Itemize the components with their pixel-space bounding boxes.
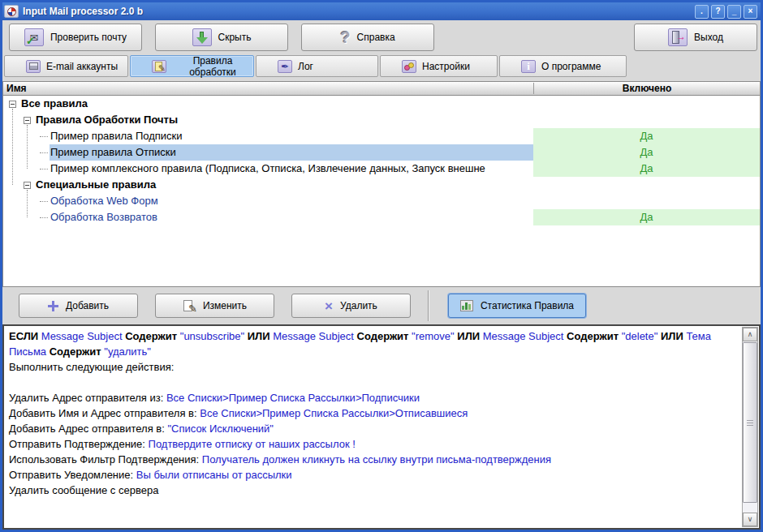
rule-text: Отправить Подтверждение: (9, 438, 149, 450)
tray-button[interactable]: . (695, 5, 709, 19)
rule-value-text: "unsubscribe" (180, 330, 244, 342)
rule-name-cell: Обработка Возвратов (3, 209, 533, 225)
details-line (9, 375, 735, 390)
mail-accounts-icon (26, 60, 41, 73)
details-line: Удалить сообщение с сервера (9, 483, 735, 498)
rule-value-text: Вы были отписаны от рассылки (136, 469, 292, 481)
rule-value-text: "удалить" (104, 345, 151, 358)
down-arrow-icon (196, 32, 208, 44)
enabled-cell (533, 112, 760, 128)
tab-label: Правила обработки (172, 55, 253, 78)
details-line: Отправить Подтверждение: Подтвердите отп… (9, 436, 735, 452)
scrollbar-track[interactable] (743, 504, 757, 513)
table-row[interactable]: Обработка ВозвратовДа (3, 209, 760, 225)
logo-ball-icon (7, 7, 16, 16)
tab-settings[interactable]: Настройки (380, 55, 498, 77)
about-info-icon: i (521, 60, 536, 73)
rule-name-cell: Обработка Web Форм (3, 193, 533, 209)
add-label: Добавить (66, 300, 109, 311)
rules-tree: Все правилаПравила Обработки ПочтыПример… (3, 96, 760, 286)
details-line: Использовать Фильтр Подтверждения: Получ… (9, 452, 735, 467)
plus-icon (48, 301, 58, 311)
close-button[interactable]: × (744, 5, 757, 19)
rule-value-text: Все Списки>Пример Списка Рассылки>Отписа… (200, 407, 468, 419)
tree-branch-line (40, 136, 48, 137)
enabled-cell (533, 193, 760, 209)
details-line: Добавить Имя и Адрес отправителя в: Все … (9, 405, 735, 421)
rule-text: Выполнить следующие действия: (9, 361, 174, 373)
chart-icon (460, 300, 473, 311)
processing-rules-icon: ✎ (152, 60, 166, 73)
enabled-cell (533, 96, 760, 112)
exit-label: Выход (694, 32, 723, 43)
app-logo-icon (4, 5, 19, 18)
tab-about[interactable]: iО программе (499, 55, 627, 77)
enabled-cell: Да (533, 144, 760, 161)
tree-branch-line (40, 201, 48, 202)
rule-name: Пример правила Подписки (50, 128, 533, 144)
hide-button[interactable]: Скрыть (155, 24, 288, 51)
rule-text: ЕСЛИ (9, 330, 41, 342)
titlebar-help-button[interactable]: ? (711, 5, 725, 19)
collapse-minus-icon[interactable] (24, 117, 31, 124)
minimize-button[interactable]: _ (727, 5, 741, 19)
rules-grid: Имя Включено Все правилаПравила Обработк… (2, 81, 761, 287)
collapse-minus-icon[interactable] (24, 182, 31, 189)
rule-name: Все правила (20, 96, 533, 112)
scrollbar-thumb[interactable] (743, 342, 757, 503)
window-title: Input Mail processor 2.0 b (23, 6, 143, 17)
rule-text: Добавить Адрес отправителя в: (9, 423, 167, 435)
pencil-glyph-icon: ✎ (188, 303, 197, 314)
details-scrollbar[interactable]: ∧ ∨ (742, 327, 758, 527)
scroll-up-button[interactable]: ∧ (743, 328, 757, 341)
tab-email-accounts[interactable]: E-mail аккаунты (4, 55, 128, 77)
table-row[interactable]: Все правила (3, 96, 760, 112)
table-row[interactable]: Пример правила ОтпискиДа (3, 144, 760, 161)
rule-details-panel[interactable]: ЕСЛИ Message Subject Содержит "unsubscri… (2, 324, 761, 530)
title-bar[interactable]: Input Mail processor 2.0 b . ? _ × (2, 2, 761, 20)
rule-name-cell: Пример правила Подписки (3, 128, 533, 144)
rule-text: Удалить сообщение с сервера (9, 484, 158, 496)
rule-statistics-button[interactable]: Статистика Правила (448, 294, 586, 318)
rule-value-text: "delete" (622, 330, 658, 342)
scroll-down-button[interactable]: ∨ (743, 513, 757, 526)
rule-text: Отправить Уведомление: (9, 469, 136, 481)
details-line: ЕСЛИ Message Subject Содержит "unsubscri… (9, 328, 735, 359)
rule-value-text: Message Subject (483, 330, 564, 342)
app-window: Input Mail processor 2.0 b . ? _ × ✉ ✓ П… (0, 0, 763, 532)
check-mail-icon: ✉ ✓ (24, 28, 44, 46)
rule-text: Использовать Фильтр Подтверждения: (9, 453, 202, 466)
column-header-name[interactable]: Имя (6, 83, 27, 94)
hide-arrow-icon (192, 28, 212, 46)
edit-rule-button[interactable]: ✎ Изменить (155, 294, 274, 318)
table-row[interactable]: Обработка Web Форм (3, 193, 760, 209)
check-icon: ✓ (26, 36, 35, 46)
table-row[interactable]: Специальные правила (3, 177, 760, 193)
tab-label: О программе (541, 61, 601, 72)
rule-details-text: ЕСЛИ Message Subject Содержит "unsubscri… (4, 326, 759, 500)
tab-bar: E-mail аккаунты✎Правила обработки✒ЛогНас… (2, 54, 761, 79)
hide-label: Скрыть (218, 32, 252, 43)
tree-branch-line (40, 169, 48, 169)
table-row[interactable]: Пример правила ПодпискиДа (3, 128, 760, 144)
collapse-minus-icon[interactable] (9, 101, 16, 108)
tab-log[interactable]: ✒Лог (256, 55, 378, 77)
table-row[interactable]: Пример комплексного правила (Подписка, О… (3, 161, 760, 177)
tab-label: E-mail аккаунты (46, 61, 118, 72)
table-row[interactable]: Правила Обработки Почты (3, 112, 760, 128)
exit-button[interactable]: → Выход (634, 24, 757, 51)
exit-arrow-icon: → (676, 32, 686, 41)
add-rule-button[interactable]: Добавить (19, 294, 138, 318)
details-line: Выполнить следующие действия: (9, 359, 735, 375)
rule-text: ИЛИ (244, 330, 273, 342)
column-header-enabled[interactable]: Включено (533, 83, 760, 94)
rule-text: Содержит (563, 330, 621, 342)
check-mail-button[interactable]: ✉ ✓ Проверить почту (9, 24, 142, 51)
check-mail-label: Проверить почту (50, 32, 127, 43)
window-controls: . ? _ × (695, 5, 757, 19)
delete-rule-button[interactable]: × Удалить (291, 294, 411, 318)
help-button[interactable]: ? Справка (301, 24, 434, 51)
edit-pencil-icon: ✎ (183, 299, 196, 312)
rule-value-text: "remove" (412, 330, 455, 342)
tab-processing-rules[interactable]: ✎Правила обработки (130, 55, 254, 77)
